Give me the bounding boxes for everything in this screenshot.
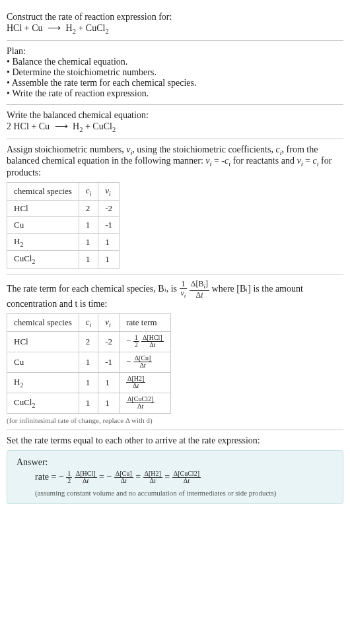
plan-bullet: • Assemble the rate term for each chemic…	[7, 78, 343, 88]
plan-heading: Plan:	[7, 46, 343, 57]
coef-frac: 12	[133, 335, 139, 349]
cell-rate: − Δ[Cu]Δt	[120, 352, 171, 372]
balanced-heading: Write the balanced chemical equation:	[7, 110, 343, 121]
table-header-row: chemical species ci νi	[7, 183, 120, 201]
prompt-section: Construct the rate of reaction expressio…	[7, 7, 343, 41]
rate-term-section: The rate term for each chemical species,…	[7, 274, 343, 430]
cell-species: HCl	[7, 200, 79, 216]
stoich-section: Assign stoichiometric numbers, νi, using…	[7, 139, 343, 274]
rate-term-intro: The rate term for each chemical species,…	[7, 280, 343, 309]
neg-sign: −	[126, 336, 131, 346]
cell-v: -2	[98, 200, 120, 216]
stoich-intro: Assign stoichiometric numbers, νi, using…	[7, 145, 343, 179]
rate-frac: Δ[HCl]Δt	[75, 470, 97, 485]
cell-v: -2	[98, 331, 120, 352]
cell-species: Cu	[7, 216, 79, 233]
cell-species: HCl	[7, 331, 79, 352]
cell-v: -1	[98, 216, 120, 233]
coef-frac: 12	[66, 470, 72, 485]
rate-frac: Δ[HCl]Δt	[141, 335, 164, 349]
answer-label: Answer:	[17, 457, 333, 468]
table-row: H2 1 1 Δ[H2]Δt	[7, 372, 171, 393]
plan-bullet: • Write the rate of reaction expression.	[7, 88, 343, 99]
cell-c: 1	[79, 393, 98, 413]
cell-rate: Δ[H2]Δt	[120, 372, 171, 393]
balanced-equation: 2 HCl + Cu ⟶ H2 + CuCl2	[7, 121, 343, 133]
plan-text: Balance the chemical equation.	[12, 57, 127, 67]
col-v: νi	[98, 314, 120, 332]
neg-sign: −	[59, 472, 64, 482]
prompt-title: Construct the rate of reaction expressio…	[7, 12, 343, 22]
final-section: Set the rate terms equal to each other t…	[7, 430, 343, 509]
table-row: Cu 1 -1	[7, 216, 120, 233]
cell-c: 2	[79, 331, 98, 352]
neg-sign: −	[106, 472, 112, 482]
table-header-row: chemical species ci νi rate term	[7, 314, 171, 332]
plan-text: Determine the stoichiometric numbers.	[12, 67, 157, 77]
delta-note: (for infinitesimal rate of change, repla…	[7, 416, 343, 424]
rate-frac: Δ[H2]Δt	[143, 470, 162, 485]
table-row: HCl 2 -2 − 12 Δ[HCl]Δt	[7, 331, 171, 352]
balanced-section: Write the balanced chemical equation: 2 …	[7, 105, 343, 139]
cell-v: 1	[98, 372, 120, 393]
answer-box: Answer: rate = − 12 Δ[HCl]Δt = − Δ[Cu]Δt…	[7, 450, 343, 504]
cell-species: CuCl2	[7, 251, 79, 269]
cell-species: Cu	[7, 352, 79, 372]
rate-frac: Δ[Cu]Δt	[133, 355, 153, 370]
cell-c: 1	[79, 352, 98, 372]
col-species: chemical species	[7, 183, 79, 201]
answer-note: (assuming constant volume and no accumul…	[17, 489, 333, 497]
table-row: CuCl2 1 1	[7, 251, 120, 269]
plan-text: Assemble the rate term for each chemical…	[12, 78, 197, 88]
table-row: H2 1 1	[7, 233, 120, 251]
intro-text-a: The rate term for each chemical species,…	[7, 284, 180, 294]
cell-v: -1	[98, 352, 120, 372]
rate-term-table: chemical species ci νi rate term HCl 2 -…	[7, 313, 171, 414]
arrow-icon: ⟶	[52, 121, 71, 132]
cell-species: H2	[7, 372, 79, 393]
stoich-table: chemical species ci νi HCl 2 -2 Cu 1 -1 …	[7, 182, 120, 269]
rate-label: rate =	[35, 472, 59, 482]
rate-expression: rate = − 12 Δ[HCl]Δt = − Δ[Cu]Δt = Δ[H2]…	[17, 470, 333, 485]
table-row: Cu 1 -1 − Δ[Cu]Δt	[7, 352, 171, 372]
col-species: chemical species	[7, 314, 79, 332]
cell-species: CuCl2	[7, 393, 79, 413]
rate-frac: Δ[H2]Δt	[126, 375, 145, 390]
col-c: ci	[79, 183, 98, 201]
formula-frac: 1νi	[180, 280, 188, 299]
plan-bullet: • Determine the stoichiometric numbers.	[7, 67, 343, 78]
table-row: HCl 2 -2	[7, 200, 120, 216]
col-rate: rate term	[120, 314, 171, 332]
table-row: CuCl2 1 1 Δ[CuCl2]Δt	[7, 393, 171, 413]
cell-c: 2	[79, 200, 98, 216]
col-c: ci	[79, 314, 98, 332]
cell-c: 1	[79, 372, 98, 393]
rate-frac: Δ[CuCl2]Δt	[172, 470, 201, 485]
rate-frac: Δ[CuCl2]Δt	[126, 396, 155, 410]
arrow-icon: ⟶	[45, 22, 63, 34]
cell-v: 1	[98, 393, 120, 413]
cell-c: 1	[79, 251, 98, 269]
plan-text: Write the rate of reaction expression.	[12, 88, 149, 98]
final-heading: Set the rate terms equal to each other t…	[7, 435, 343, 446]
formula-frac: Δ[Bi]Δt	[190, 280, 209, 299]
plan-section: Plan: • Balance the chemical equation. •…	[7, 41, 343, 105]
cell-v: 1	[98, 233, 120, 251]
neg-sign: −	[126, 356, 131, 366]
unbalanced-equation: HCl + Cu ⟶ H2 + CuCl2	[7, 22, 343, 35]
col-v: νi	[98, 183, 120, 201]
cell-species: H2	[7, 233, 79, 251]
cell-rate: Δ[CuCl2]Δt	[120, 393, 171, 413]
rate-frac: Δ[Cu]Δt	[114, 470, 133, 485]
cell-rate: − 12 Δ[HCl]Δt	[120, 331, 171, 352]
cell-v: 1	[98, 251, 120, 269]
plan-bullet: • Balance the chemical equation.	[7, 57, 343, 67]
cell-c: 1	[79, 233, 98, 251]
cell-c: 1	[79, 216, 98, 233]
